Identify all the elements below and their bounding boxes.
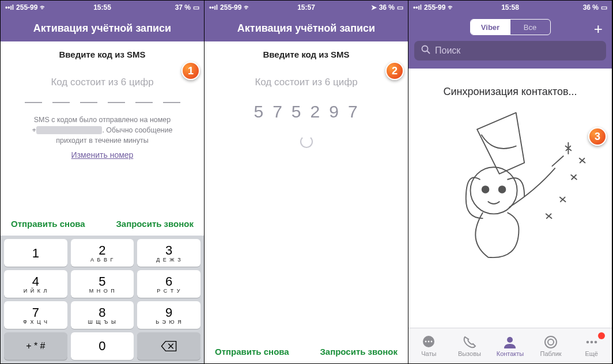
action-row: Отправить снова Запросить звонок (1, 219, 204, 229)
more-icon (584, 335, 599, 349)
chats-icon (421, 335, 436, 349)
tab-public[interactable]: Паблик (531, 328, 572, 363)
key-9[interactable]: 9Ь Э Ю Я (137, 301, 200, 329)
key-backspace[interactable] (137, 332, 200, 360)
search-input[interactable]: Поиск (414, 41, 606, 60)
svg-point-14 (594, 340, 597, 343)
wizard-illustration (408, 101, 612, 328)
code-input-filled[interactable]: 575297 (216, 102, 396, 122)
key-6[interactable]: 6Р С Т У (137, 270, 200, 298)
clock-label: 15:57 (297, 3, 315, 12)
filter-segmented[interactable]: Viber Все (470, 19, 551, 35)
carrier-label: 255-99 (16, 3, 37, 12)
clock-label: 15:58 (501, 3, 519, 12)
resend-button[interactable]: Отправить снова (215, 347, 289, 357)
wifi-icon: ᯤ (244, 3, 251, 12)
key-symbols[interactable]: + * # (4, 332, 67, 360)
battery-label: 37 % (175, 3, 191, 12)
search-placeholder: Поиск (435, 46, 460, 56)
code-hint: Код состоит из 6 цифр (12, 77, 192, 88)
search-icon (421, 45, 430, 56)
change-number-link[interactable]: Изменить номер (71, 149, 134, 161)
key-4[interactable]: 4И Й К Л (4, 270, 67, 298)
code-input-empty[interactable] (12, 102, 192, 103)
svg-point-9 (507, 337, 513, 343)
battery-icon: ▭ (601, 3, 607, 12)
key-2[interactable]: 2А Б В Г (71, 239, 134, 267)
signal-icon: ••ıl (5, 3, 14, 12)
code-hint: Код состоит из 6 цифр (216, 77, 396, 88)
action-row: Отправить снова Запросить звонок (205, 347, 408, 357)
battery-icon: ▭ (397, 3, 403, 12)
key-5[interactable]: 5М Н О П (71, 270, 134, 298)
request-call-button[interactable]: Запросить звонок (116, 219, 194, 229)
annotation-marker-1: 1 (181, 62, 200, 80)
key-8[interactable]: 8Ш Щ Ъ Ы (71, 301, 134, 329)
svg-point-3 (482, 186, 489, 193)
svg-point-11 (548, 339, 554, 345)
svg-point-6 (425, 340, 427, 342)
svg-line-1 (427, 51, 430, 54)
key-1[interactable]: 1 (4, 239, 67, 267)
segment-viber[interactable]: Viber (471, 20, 510, 35)
request-call-button[interactable]: Запросить звонок (320, 347, 398, 357)
carrier-label: 255-99 (220, 3, 241, 12)
key-7[interactable]: 7Ф Х Ц Ч (4, 301, 67, 329)
add-contact-button[interactable]: + (594, 20, 603, 38)
key-3[interactable]: 3Д Е Ж З (137, 239, 200, 267)
battery-icon: ▭ (193, 3, 199, 12)
screen-activation-filled: ••ıl255-99ᯤ 15:57 ➤36 %▭ Активация учётн… (205, 1, 408, 363)
svg-point-13 (590, 340, 593, 343)
svg-point-12 (586, 340, 589, 343)
masked-number: xxxxxxxxxx (36, 126, 103, 134)
tab-label: Вызовы (458, 350, 481, 357)
wifi-icon: ᯤ (448, 3, 455, 12)
tab-chats[interactable]: Чаты (408, 328, 449, 363)
clock-label: 15:55 (93, 3, 111, 12)
sent-info: SMS с кодом было отправлено на номер +xx… (12, 115, 192, 161)
svg-point-8 (431, 340, 433, 342)
annotation-marker-2: 2 (385, 62, 404, 80)
phone-icon (462, 335, 477, 349)
contacts-icon (502, 335, 517, 349)
tab-contacts[interactable]: Контакты (490, 328, 531, 363)
svg-point-7 (428, 340, 430, 342)
bottom-tabbar: Чаты Вызовы Контакты Паблик Ещё (408, 328, 612, 363)
tab-label: Контакты (497, 350, 524, 357)
page-subtitle: Введите код из SMS (1, 41, 204, 63)
loading-spinner-icon (300, 135, 313, 148)
status-bar: ••ıl255-99ᯤ 15:57 ➤36 %▭ (205, 1, 408, 14)
svg-point-4 (498, 186, 505, 193)
screen-contacts-sync: ••ıl255-99ᯤ 15:58 36 %▭ Viber Все + Поис… (408, 1, 612, 363)
svg-point-0 (422, 46, 428, 52)
page-subtitle: Введите код из SMS (205, 41, 408, 63)
wifi-icon: ᯤ (40, 3, 47, 12)
signal-icon: ••ıl (209, 3, 218, 12)
carrier-label: 255-99 (424, 3, 445, 12)
notification-badge-icon (598, 332, 605, 339)
sync-status: Синхронизация контактов... (408, 69, 612, 101)
tab-label: Ещё (585, 350, 598, 357)
location-icon: ➤ (371, 3, 377, 12)
page-title: Активация учётной записи (1, 14, 204, 41)
public-icon (543, 335, 558, 349)
tab-more[interactable]: Ещё (571, 328, 612, 363)
status-bar: ••ıl255-99ᯤ 15:58 36 %▭ (408, 1, 612, 14)
status-bar: ••ıl255-99ᯤ 15:55 37 %▭ (1, 1, 204, 14)
tab-label: Паблик (540, 350, 561, 357)
backspace-icon (161, 340, 177, 352)
tab-label: Чаты (421, 350, 436, 357)
battery-label: 36 % (583, 3, 599, 12)
resend-button[interactable]: Отправить снова (11, 219, 85, 229)
tab-calls[interactable]: Вызовы (449, 328, 490, 363)
annotation-marker-3: 3 (588, 127, 607, 146)
battery-label: 36 % (379, 3, 395, 12)
key-0[interactable]: 0 (71, 332, 134, 360)
numeric-keypad: 1 2А Б В Г 3Д Е Ж З 4И Й К Л 5М Н О П 6Р… (1, 236, 204, 363)
segment-all[interactable]: Все (510, 20, 550, 35)
screen-activation-empty: ••ıl255-99ᯤ 15:55 37 %▭ Активация учётно… (1, 1, 205, 363)
page-title: Активация учётной записи (205, 14, 408, 41)
header-contacts: Viber Все + Поиск (408, 14, 612, 69)
svg-point-10 (545, 336, 557, 348)
signal-icon: ••ıl (413, 3, 422, 12)
